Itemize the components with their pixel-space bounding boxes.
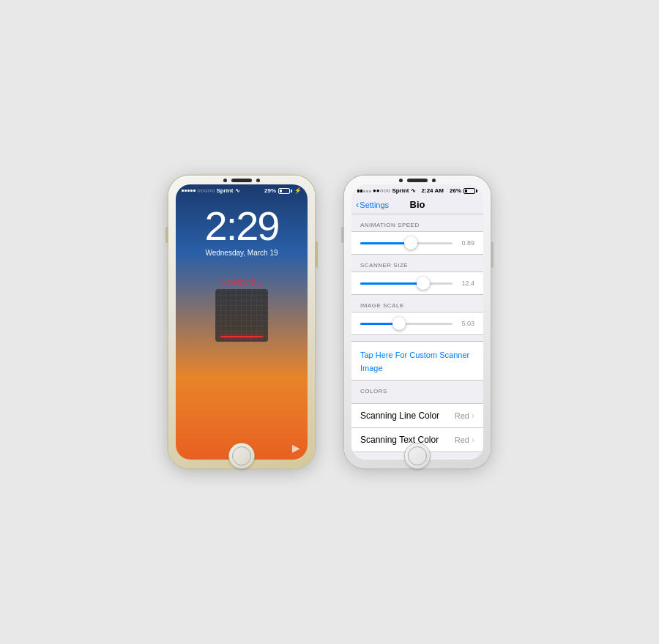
scanner-size-slider-row: 12.4	[360, 280, 474, 287]
lock-time: 2:29	[205, 206, 279, 247]
scanning-line-color-row[interactable]: Scanning Line Color Red ›	[351, 404, 483, 428]
scanner-size-header: SCANNER SIZE	[351, 255, 483, 272]
image-scale-slider-row: 5.03	[360, 320, 474, 327]
page-title: Bio	[410, 199, 425, 210]
signal-bars-1	[182, 190, 196, 192]
front-camera-1	[223, 179, 227, 182]
status-bar-2: ●●○○○ Sprint ∿ 2:24 AM 26%	[351, 184, 483, 195]
carrier-1: ○○○○○ Sprint	[197, 187, 234, 194]
front-camera-2	[399, 179, 403, 182]
scanner-size-value: 12.4	[457, 280, 474, 287]
signal-bars-2	[357, 190, 371, 192]
clock-2: 2:24 AM	[422, 187, 444, 194]
animation-speed-value: 0.89	[457, 239, 474, 247]
scanner-box	[215, 289, 268, 342]
battery-icon-1	[278, 188, 292, 194]
scanner-grid	[215, 289, 268, 342]
back-label: Settings	[360, 201, 389, 209]
wifi-icon-2: ∿	[411, 187, 416, 194]
phone-2-top-bar	[399, 179, 436, 182]
chevron-left-icon: ‹	[356, 199, 359, 210]
speaker-1	[231, 179, 252, 182]
sensor-2	[432, 179, 436, 182]
sensor-1	[256, 179, 260, 182]
tap-link-section[interactable]: Tap Here For Custom Scanner Image	[351, 341, 483, 381]
colors-header: COLORS	[351, 381, 483, 397]
nav-bar: ‹ Settings Bio	[351, 195, 483, 214]
charging-icon-1: ⚡	[294, 187, 302, 194]
settings-screen: ●●○○○ Sprint ∿ 2:24 AM 26% ‹	[351, 184, 483, 460]
battery-pct-1: 29%	[264, 187, 276, 194]
image-scale-section: 5.03	[351, 312, 483, 335]
image-scale-header: IMAGE SCALE	[351, 295, 483, 312]
scanner-size-thumb[interactable]	[417, 277, 430, 290]
animation-speed-slider-row: 0.89	[360, 239, 474, 247]
home-button-1[interactable]	[228, 443, 255, 469]
chevron-right-icon-2: ›	[472, 435, 474, 445]
animation-speed-section: 0.89	[351, 231, 483, 255]
scanning-text-color-label: Scanning Text Color	[360, 435, 439, 445]
chevron-right-icon-1: ›	[472, 411, 474, 421]
lockscreen: ○○○○○ Sprint ∿ 29% ⚡ 2:29 Wednesday, Mar	[176, 184, 308, 460]
tap-link[interactable]: Tap Here For Custom Scanner Image	[360, 351, 469, 372]
image-scale-track[interactable]	[360, 323, 453, 325]
animation-speed-fill	[360, 242, 411, 244]
scanning-area: Scanning...	[215, 277, 268, 342]
back-button[interactable]: ‹ Settings	[356, 199, 389, 210]
scanning-text-color-value: Red	[455, 435, 469, 444]
phone-2: ●●○○○ Sprint ∿ 2:24 AM 26% ‹	[344, 176, 491, 468]
phone-2-screen: ●●○○○ Sprint ∿ 2:24 AM 26% ‹	[351, 184, 483, 460]
status-bar-1: ○○○○○ Sprint ∿ 29% ⚡	[176, 184, 308, 195]
home-button-2[interactable]	[404, 443, 431, 469]
speaker-2	[407, 179, 428, 182]
scanner-size-section: 12.4	[351, 272, 483, 295]
image-scale-value: 5.03	[457, 320, 474, 327]
scanner-size-fill	[360, 282, 423, 285]
battery-icon-2	[463, 188, 477, 194]
animation-speed-track[interactable]	[360, 242, 453, 244]
scanning-line-color-label: Scanning Line Color	[360, 411, 439, 421]
settings-content: ANIMATION SPEED 0.89 SCANNER SIZE	[351, 214, 483, 460]
phone-1-screen: ○○○○○ Sprint ∿ 29% ⚡ 2:29 Wednesday, Mar	[176, 184, 308, 460]
scanning-text: Scanning...	[221, 277, 261, 286]
battery-pct-2: 26%	[450, 187, 461, 194]
carrier-2: ●●○○○ Sprint	[373, 187, 409, 194]
phone-1: ○○○○○ Sprint ∿ 29% ⚡ 2:29 Wednesday, Mar	[168, 176, 315, 468]
animation-speed-thumb[interactable]	[404, 236, 417, 250]
lock-date: Wednesday, March 19	[205, 249, 278, 257]
image-scale-thumb[interactable]	[392, 317, 406, 330]
scanner-size-track[interactable]	[360, 282, 453, 285]
phone-1-top-bar	[223, 179, 260, 182]
camera-icon[interactable]: ▶	[292, 442, 300, 454]
wifi-icon-1: ∿	[235, 187, 240, 194]
scanning-line-color-value: Red	[455, 411, 469, 420]
animation-speed-header: ANIMATION SPEED	[351, 214, 483, 231]
scanner-line	[220, 336, 263, 338]
